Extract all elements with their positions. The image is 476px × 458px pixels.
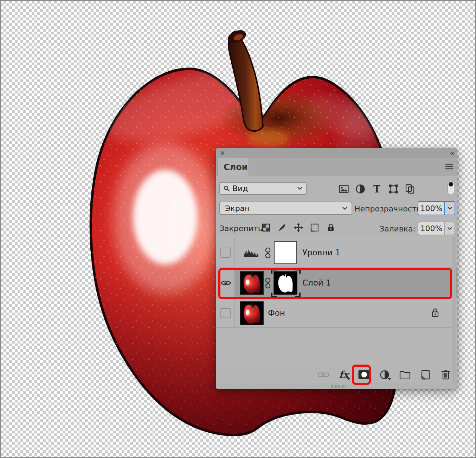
close-icon[interactable]: ×: [220, 150, 225, 156]
filter-toggle-dot: [449, 182, 453, 187]
tab-layers-label: Слои: [224, 162, 248, 172]
fill-label: Заливка:: [376, 224, 416, 233]
filter-toggle-switch[interactable]: [448, 181, 454, 195]
new-group-button[interactable]: [399, 369, 411, 381]
fill-dropdown-button[interactable]: [444, 222, 455, 235]
filter-pixel-layers-icon[interactable]: [339, 184, 349, 194]
layers-list: Уровни 1: [216, 237, 457, 366]
chevron-down-icon: [448, 207, 452, 210]
layer-name: Слой 1: [302, 268, 331, 297]
mask-link-icon[interactable]: [265, 246, 271, 260]
layer-row-layer1-selected[interactable]: Слой 1: [216, 268, 457, 298]
opacity-dropdown-button[interactable]: [444, 202, 455, 215]
lock-icons-group: [261, 223, 336, 233]
visibility-checkbox-off[interactable]: [220, 308, 231, 318]
layer-style-button[interactable]: fx: [338, 369, 350, 381]
filter-shape-layers-icon[interactable]: [388, 184, 399, 194]
filter-adjustment-layers-icon[interactable]: [355, 184, 366, 194]
chevron-down-icon: [297, 187, 302, 190]
dropdown-triangle-icon: [388, 378, 391, 380]
panel-resize-grip[interactable]: [331, 385, 346, 388]
fill-value[interactable]: 100%: [418, 222, 444, 235]
panel-tabbar: Слои: [216, 158, 457, 176]
blend-mode-value: Экран: [225, 204, 342, 213]
add-layer-mask-button[interactable]: [358, 369, 370, 381]
lock-label: Закрепить:: [219, 224, 265, 233]
layer-row-background[interactable]: Фон: [216, 299, 457, 328]
filter-smart-objects-icon[interactable]: [405, 184, 415, 194]
blend-mode-dropdown[interactable]: Экран: [219, 202, 352, 215]
lock-transparency-icon[interactable]: [261, 223, 271, 233]
layers-panel: × « Слои Вид T: [216, 148, 457, 389]
lock-pixels-brush-icon[interactable]: [277, 223, 287, 233]
new-layer-button[interactable]: [419, 369, 431, 381]
dropdown-triangle-icon: [347, 378, 350, 380]
layer-name: Фон: [268, 299, 285, 327]
panel-menu-icon[interactable]: [445, 164, 453, 170]
layer-row-levels[interactable]: Уровни 1: [216, 238, 457, 268]
levels-histogram-icon: [244, 249, 259, 258]
visibility-cell[interactable]: [216, 238, 235, 267]
panel-footer: fx: [216, 366, 457, 383]
opacity-value[interactable]: 100%: [418, 202, 444, 215]
layer-thumbnail[interactable]: [240, 301, 264, 325]
chevron-down-icon: [342, 207, 347, 210]
opacity-field[interactable]: 100%: [418, 201, 455, 215]
visibility-cell[interactable]: [216, 299, 235, 327]
new-adjustment-layer-button[interactable]: [379, 369, 391, 381]
filter-type-layers-icon[interactable]: T: [372, 184, 382, 194]
layer-mask-thumbnail[interactable]: [274, 271, 297, 295]
lock-artboard-icon[interactable]: [310, 223, 320, 233]
filter-icons-group: T: [339, 184, 415, 194]
panel-scrollbar-gutter[interactable]: [452, 237, 456, 383]
tab-layers[interactable]: Слои: [217, 158, 249, 176]
collapse-panel-icon[interactable]: «: [450, 149, 454, 157]
add-mask-icon: [358, 370, 370, 379]
visibility-cell[interactable]: [216, 268, 235, 297]
chevron-down-icon: [448, 227, 452, 230]
photoshop-canvas: × « Слои Вид T: [0, 0, 476, 458]
panel-resize-strip: [216, 383, 457, 389]
link-layers-button[interactable]: [317, 369, 329, 381]
levels-mask-thumbnail[interactable]: [274, 241, 297, 264]
panel-titlebar: × «: [216, 148, 457, 158]
layer-name: Уровни 1: [302, 238, 340, 267]
fill-field[interactable]: 100%: [418, 222, 455, 235]
filter-search-value: Вид: [232, 184, 295, 193]
opacity-label: Непрозрачность:: [354, 204, 416, 213]
lock-position-icon[interactable]: [294, 223, 303, 233]
delete-layer-button[interactable]: [440, 369, 452, 381]
visibility-checkbox-off[interactable]: [220, 248, 231, 258]
visibility-eye-icon[interactable]: [220, 279, 231, 287]
layer-lock-icon: [431, 307, 439, 318]
search-icon: [224, 185, 230, 192]
layer-thumbnail[interactable]: [240, 271, 264, 295]
lock-all-icon[interactable]: [326, 223, 336, 233]
mask-link-icon[interactable]: [265, 276, 271, 290]
filter-type-dropdown[interactable]: Вид: [219, 182, 307, 195]
